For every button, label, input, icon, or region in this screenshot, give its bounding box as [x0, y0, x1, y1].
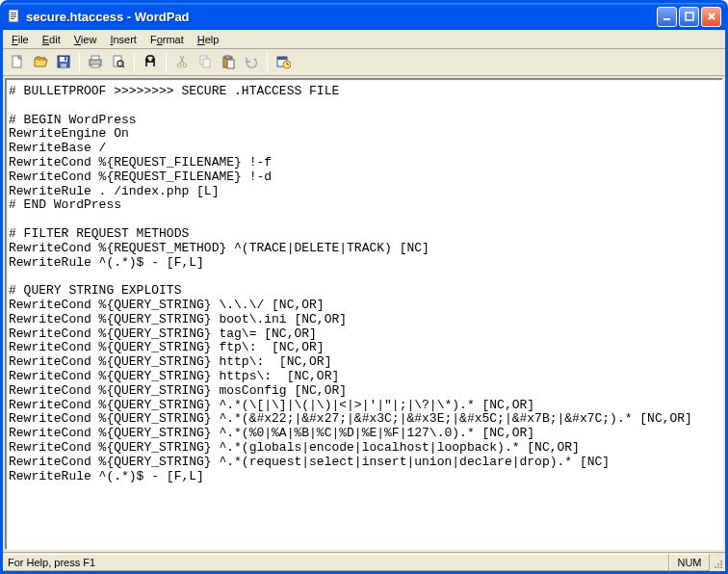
text-editor[interactable]: # BULLETPROOF >>>>>>>> SECURE .HTACCESS …	[5, 78, 723, 550]
menu-format[interactable]: Format	[143, 32, 191, 47]
undo-icon	[244, 54, 259, 71]
print-preview-button[interactable]	[108, 52, 129, 73]
titlebar[interactable]: secure.htaccess - WordPad	[3, 3, 725, 30]
svg-point-19	[152, 58, 155, 61]
minimize-button[interactable]	[657, 7, 677, 27]
new-file-icon	[10, 54, 25, 71]
svg-rect-1	[11, 13, 16, 13]
menu-insert[interactable]: Insert	[103, 32, 143, 47]
svg-rect-14	[91, 65, 99, 67]
close-button[interactable]	[701, 7, 721, 27]
resize-grip[interactable]	[710, 554, 725, 571]
open-folder-icon	[33, 54, 48, 71]
svg-rect-26	[227, 60, 234, 68]
window-title: secure.htaccess - WordPad	[26, 10, 657, 24]
new-button[interactable]	[7, 52, 28, 73]
toolbar	[3, 49, 725, 76]
svg-rect-10	[61, 64, 66, 67]
svg-point-21	[183, 64, 187, 67]
print-button[interactable]	[85, 52, 106, 73]
wordpad-window: secure.htaccess - WordPad File Edit View…	[0, 0, 728, 574]
svg-rect-23	[203, 59, 210, 67]
menu-help[interactable]: Help	[191, 32, 226, 47]
window-control-buttons	[657, 7, 721, 27]
toolbar-separator	[134, 53, 135, 72]
toolbar-separator	[79, 53, 80, 72]
menubar: File Edit View Insert Format Help	[3, 30, 725, 49]
find-icon	[143, 54, 158, 71]
svg-line-17	[122, 65, 124, 67]
paste-icon	[221, 54, 236, 71]
find-button[interactable]	[140, 52, 161, 73]
toolbar-separator	[166, 53, 167, 72]
svg-rect-3	[11, 16, 16, 17]
svg-point-18	[146, 58, 149, 61]
save-icon	[56, 54, 71, 71]
toolbar-separator	[267, 53, 268, 72]
svg-rect-0	[9, 10, 18, 22]
svg-point-20	[177, 64, 181, 67]
save-button[interactable]	[53, 52, 74, 73]
editor-area: # BULLETPROOF >>>>>>>> SECURE .HTACCESS …	[3, 76, 725, 552]
maximize-button[interactable]	[679, 7, 699, 27]
menu-file[interactable]: File	[5, 32, 36, 47]
datetime-icon	[275, 54, 291, 71]
undo-button[interactable]	[241, 52, 262, 73]
print-preview-icon	[111, 54, 126, 71]
svg-rect-11	[65, 57, 66, 61]
status-help-text: For Help, press F1	[3, 554, 669, 571]
cut-button[interactable]	[171, 52, 193, 73]
svg-rect-5	[663, 18, 670, 20]
document-content[interactable]: # BULLETPROOF >>>>>>>> SECURE .HTACCESS …	[9, 85, 719, 483]
copy-icon	[197, 54, 213, 71]
statusbar: For Help, press F1 NUM	[3, 552, 725, 571]
menu-edit[interactable]: Edit	[36, 32, 67, 47]
menu-view[interactable]: View	[67, 32, 104, 47]
print-icon	[88, 54, 103, 71]
svg-rect-2	[11, 14, 16, 15]
wordpad-app-icon	[7, 9, 22, 24]
open-button[interactable]	[30, 52, 51, 73]
svg-rect-28	[277, 57, 287, 60]
cut-icon	[174, 54, 190, 71]
svg-rect-6	[686, 13, 693, 20]
svg-rect-4	[11, 18, 14, 19]
svg-rect-25	[225, 56, 230, 59]
paste-button[interactable]	[218, 52, 239, 73]
datetime-button[interactable]	[273, 52, 294, 73]
status-numlock: NUM	[669, 554, 710, 571]
copy-button[interactable]	[195, 52, 216, 73]
